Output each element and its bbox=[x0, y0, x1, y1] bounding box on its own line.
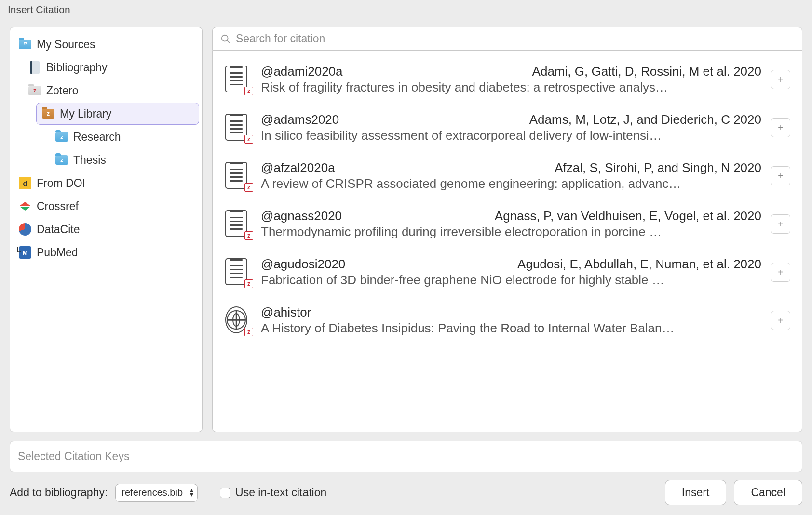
result-title: Thermodynamic profiling during irreversi… bbox=[261, 224, 761, 239]
selected-citations-bar bbox=[10, 441, 802, 472]
search-input[interactable] bbox=[236, 32, 794, 45]
result-title: A review of CRISPR associated genome eng… bbox=[261, 176, 761, 191]
sidebar-item-label: Thesis bbox=[73, 154, 106, 167]
cite-key: @ahistor bbox=[261, 305, 311, 320]
sidebar-item-label: DataCite bbox=[37, 223, 80, 236]
search-icon bbox=[220, 34, 231, 44]
content-panel: z@adami2020aAdami, G, Gatti, D, Rossini,… bbox=[212, 27, 802, 432]
zotero-folder-icon: z bbox=[28, 84, 41, 97]
sidebar-item-doi[interactable]: d From DOI bbox=[13, 172, 199, 194]
result-title: Fabrication of 3D binder-free graphene N… bbox=[261, 273, 761, 288]
add-citation-button[interactable]: + bbox=[771, 263, 790, 282]
sidebar-item-label: PubMed bbox=[37, 246, 78, 259]
result-title: In silico feasibility assessment of extr… bbox=[261, 128, 761, 143]
library-folder-icon: z bbox=[41, 107, 55, 120]
add-citation-button[interactable]: + bbox=[771, 311, 790, 330]
zotero-badge-icon: z bbox=[244, 135, 253, 144]
sidebar-item-label: My Sources bbox=[37, 38, 95, 51]
result-authors: Agudosi, E, Abdullah, E, Numan, et al. 2… bbox=[355, 257, 761, 272]
sidebar-item-pubmed[interactable]: M PubMed bbox=[13, 241, 199, 264]
bibliography-select[interactable]: references.bib ▴▾ bbox=[115, 484, 198, 502]
result-authors: Afzal, S, Sirohi, P, and Singh, N 2020 bbox=[345, 160, 761, 175]
result-row[interactable]: z@agudosi2020Agudosi, E, Abdullah, E, Nu… bbox=[213, 248, 800, 296]
dialog-footer: Add to bibliography: references.bib ▴▾ U… bbox=[0, 472, 812, 515]
result-row[interactable]: z@adams2020Adams, M, Lotz, J, and Dieder… bbox=[213, 104, 800, 152]
svg-point-0 bbox=[222, 35, 228, 41]
doi-icon: d bbox=[18, 176, 32, 190]
sidebar-item-thesis[interactable]: z Thesis bbox=[50, 149, 199, 171]
result-icon-wrap: z bbox=[225, 306, 251, 334]
search-bar bbox=[212, 27, 802, 51]
sidebar-item-label: Zotero bbox=[46, 84, 78, 97]
add-citation-button[interactable]: + bbox=[771, 70, 790, 89]
result-authors: Agnass, P, van Veldhuisen, E, Vogel, et … bbox=[352, 209, 761, 224]
sidebar-item-my-sources[interactable]: ❞ My Sources bbox=[13, 33, 199, 55]
zotero-badge-icon: z bbox=[244, 328, 253, 336]
result-authors: Adami, G, Gatti, D, Rossini, M et al. 20… bbox=[352, 64, 761, 79]
intext-checkbox[interactable]: Use in-text citation bbox=[220, 486, 326, 499]
citation-dialog: Insert Citation ❞ My Sources Bibliograph… bbox=[0, 0, 812, 515]
sidebar-item-label: Bibliography bbox=[46, 61, 108, 74]
folder-quote-icon: ❞ bbox=[18, 38, 32, 51]
sidebar-item-label: Research bbox=[73, 131, 121, 144]
result-icon-wrap: z bbox=[225, 210, 251, 238]
zotero-badge-icon: z bbox=[244, 87, 253, 95]
sidebar-item-my-library[interactable]: z My Library bbox=[36, 103, 199, 125]
result-row[interactable]: z@adami2020aAdami, G, Gatti, D, Rossini,… bbox=[213, 55, 800, 104]
cite-key: @adami2020a bbox=[261, 64, 343, 79]
zotero-badge-icon: z bbox=[244, 183, 253, 192]
cite-key: @afzal2020a bbox=[261, 160, 335, 175]
result-body: @agnass2020Agnass, P, van Veldhuisen, E,… bbox=[261, 209, 761, 239]
sources-sidebar: ❞ My Sources Bibliography z Zotero z My … bbox=[10, 27, 203, 432]
results-list[interactable]: z@adami2020aAdami, G, Gatti, D, Rossini,… bbox=[212, 51, 802, 432]
result-icon-wrap: z bbox=[225, 114, 251, 142]
result-body: @agudosi2020Agudosi, E, Abdullah, E, Num… bbox=[261, 257, 761, 288]
cite-key: @agnass2020 bbox=[261, 209, 342, 224]
datacite-icon bbox=[18, 223, 32, 236]
cite-key: @agudosi2020 bbox=[261, 257, 345, 272]
result-icon-wrap: z bbox=[225, 162, 251, 190]
result-row[interactable]: z@ahistorA History of Diabetes Insipidus… bbox=[213, 296, 800, 344]
bibliography-label: Add to bibliography: bbox=[10, 486, 108, 499]
insert-button[interactable]: Insert bbox=[665, 480, 727, 505]
zotero-badge-icon: z bbox=[244, 231, 253, 240]
select-caret-icon: ▴▾ bbox=[190, 488, 193, 498]
pubmed-icon: M bbox=[18, 246, 32, 259]
collection-folder-icon: z bbox=[55, 130, 68, 144]
result-body: @ahistorA History of Diabetes Insipidus:… bbox=[261, 305, 761, 336]
sidebar-item-label: Crossref bbox=[37, 200, 79, 213]
svg-line-1 bbox=[227, 40, 230, 43]
sidebar-item-label: From DOI bbox=[37, 177, 85, 190]
intext-checkbox-label: Use in-text citation bbox=[235, 486, 326, 499]
sidebar-item-label: My Library bbox=[60, 107, 111, 120]
collection-folder-icon: z bbox=[55, 153, 68, 167]
sidebar-item-zotero[interactable]: z Zotero bbox=[23, 79, 199, 102]
cancel-button[interactable]: Cancel bbox=[734, 480, 802, 505]
sidebar-item-bibliography[interactable]: Bibliography bbox=[23, 56, 199, 79]
crossref-icon bbox=[18, 199, 32, 213]
book-icon bbox=[28, 61, 41, 74]
result-body: @adams2020Adams, M, Lotz, J, and Diederi… bbox=[261, 112, 761, 143]
result-row[interactable]: z@agnass2020Agnass, P, van Veldhuisen, E… bbox=[213, 200, 800, 248]
result-icon-wrap: z bbox=[225, 66, 251, 93]
result-title: A History of Diabetes Insipidus: Paving … bbox=[261, 321, 761, 336]
sidebar-item-crossref[interactable]: Crossref bbox=[13, 195, 199, 217]
result-body: @afzal2020aAfzal, S, Sirohi, P, and Sing… bbox=[261, 160, 761, 191]
result-authors: Adams, M, Lotz, J, and Diederich, C 2020 bbox=[349, 112, 761, 127]
dialog-body: ❞ My Sources Bibliography z Zotero z My … bbox=[0, 19, 812, 432]
cite-key: @adams2020 bbox=[261, 112, 339, 127]
result-body: @adami2020aAdami, G, Gatti, D, Rossini, … bbox=[261, 64, 761, 95]
sidebar-item-research[interactable]: z Research bbox=[50, 126, 199, 148]
dialog-title: Insert Citation bbox=[0, 0, 812, 19]
sidebar-item-datacite[interactable]: DataCite bbox=[13, 218, 199, 240]
result-icon-wrap: z bbox=[225, 258, 251, 286]
selected-citations-input[interactable] bbox=[18, 450, 794, 463]
zotero-badge-icon: z bbox=[244, 279, 253, 288]
add-citation-button[interactable]: + bbox=[771, 214, 790, 234]
add-citation-button[interactable]: + bbox=[771, 118, 790, 137]
result-row[interactable]: z@afzal2020aAfzal, S, Sirohi, P, and Sin… bbox=[213, 152, 800, 200]
add-citation-button[interactable]: + bbox=[771, 166, 790, 185]
result-title: Risk of fragility fractures in obesity a… bbox=[261, 80, 761, 95]
checkbox-icon bbox=[220, 488, 230, 498]
bibliography-select-value: references.bib bbox=[122, 487, 183, 498]
